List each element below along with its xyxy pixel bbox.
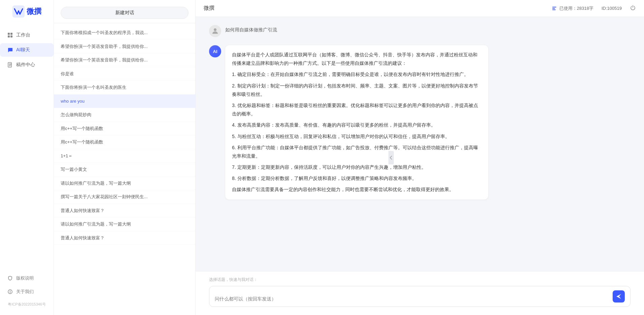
- list-item[interactable]: 普通人如何快速致富？: [54, 231, 195, 245]
- ai-message: AI 自媒体平台是个人或团队通过互联网平台（如博客、微博、微信公众号、抖音、快手…: [209, 45, 631, 200]
- ai-para-2: 2. 制定内容计划：制定一份详细的内容计划，包括发布时间、频率、主题、文案、图片…: [232, 82, 481, 99]
- list-item[interactable]: 希望你扮演一个英语发音助手，我提供给你...: [54, 53, 195, 67]
- chat-input[interactable]: [215, 295, 609, 303]
- sidebar-item-aichat-label: AI聊天: [16, 47, 30, 53]
- ai-avatar: AI: [209, 45, 221, 57]
- send-icon: [616, 293, 622, 299]
- logo-icon: [12, 5, 25, 18]
- icp-text: 粤ICP备2022015346号: [3, 299, 51, 310]
- grid-icon: [7, 32, 13, 38]
- svg-rect-8: [552, 8, 555, 9]
- svg-point-10: [214, 28, 216, 31]
- usage-info: 已使用：28318字: [551, 5, 593, 11]
- user-id-text: ID:100519: [602, 6, 622, 11]
- chat-messages: 如何用自媒体做推广引流 AI 自媒体平台是个人或团队通过互联网平台（如博客、微博…: [196, 17, 644, 271]
- sidebar: 微撰 工作台 AI聊天: [0, 0, 54, 315]
- list-item[interactable]: 你是谁: [54, 67, 195, 81]
- info-icon: [7, 288, 13, 295]
- quick-topics-label: 选择话题，快速与我对话：: [209, 277, 631, 283]
- svg-rect-3: [8, 35, 10, 37]
- list-item[interactable]: 1+1＝: [54, 149, 195, 163]
- about-label: 关于我们: [16, 289, 34, 295]
- ai-para-9: 自媒体推广引流需要具备一定的内容创作和社交能力，同时也需要不断尝试和优化，才能取…: [232, 185, 481, 194]
- svg-rect-2: [10, 33, 12, 35]
- power-icon[interactable]: [630, 5, 636, 12]
- copyright-label: 版权说明: [16, 275, 34, 281]
- user-message-text: 如何用自媒体做推广引流: [225, 25, 277, 37]
- logo-text: 微撰: [27, 6, 41, 17]
- topbar-title: 微撰: [204, 5, 214, 12]
- ai-para-7: 7. 定期更新：定期更新内容，保持活跃度，可以让用户对你的内容产生兴趣，增加用户…: [232, 163, 481, 172]
- file-icon: [7, 61, 13, 68]
- list-item[interactable]: 下面你将扮演一个名叫圣友的医生: [54, 81, 195, 95]
- list-item[interactable]: 用c++写一个随机函数: [54, 122, 195, 136]
- svg-rect-9: [552, 9, 556, 10]
- top-bar: 微撰 已使用：28318字 ID:100519: [196, 0, 644, 17]
- list-item[interactable]: 用c++写一个随机函数: [54, 135, 195, 149]
- list-item-active[interactable]: who are you: [54, 95, 195, 108]
- svg-rect-4: [10, 35, 12, 37]
- collapse-panel-button[interactable]: [388, 151, 394, 164]
- topbar-right: 已使用：28318字 ID:100519: [551, 5, 636, 12]
- list-item[interactable]: 怎么做狗屁炒肉: [54, 108, 195, 122]
- middle-panel: 新建对话 下面你将模拟成一个叫圣友的程序员，我说... 希望你扮演一个英语发音助…: [54, 0, 196, 315]
- copyright-item[interactable]: 版权说明: [3, 272, 51, 284]
- sidebar-item-drafts-label: 稿件中心: [16, 62, 35, 68]
- ai-para-0: 自媒体平台是个人或团队通过互联网平台（如博客、微博、微信公众号、抖音、快手等）发…: [232, 51, 481, 68]
- list-item[interactable]: 撰写一篇关于八大家花园社区一刻钟便民生...: [54, 190, 195, 204]
- ai-para-1: 1. 确定目标受众：在开始自媒体推广引流之前，需要明确目标受众是谁，以便在发布内…: [232, 70, 481, 79]
- svg-rect-7: [552, 7, 556, 7]
- main-area: 微撰 已使用：28318字 ID:100519: [196, 0, 644, 315]
- about-item[interactable]: 关于我们: [3, 286, 51, 298]
- send-button[interactable]: [613, 290, 625, 303]
- ai-para-6: 6. 利用平台推广功能：自媒体平台都提供了推广功能，如广告投放、付费推广等。可以…: [232, 143, 481, 160]
- ai-para-5: 5. 与粉丝互动：积极与粉丝互动，回复评论和私信，可以增加用户对你的认可和信任，…: [232, 132, 481, 141]
- svg-rect-1: [8, 33, 10, 35]
- shield-icon: [7, 275, 13, 282]
- sidebar-item-workbench-label: 工作台: [16, 32, 30, 38]
- sidebar-footer: 版权说明 关于我们 粤ICP备2022015346号: [0, 272, 54, 310]
- ai-para-8: 8. 分析数据：定期分析数据，了解用户反馈和喜好，以便调整推广策略和内容发布频率…: [232, 174, 481, 183]
- middle-header: 新建对话: [54, 0, 195, 23]
- input-area: 选择话题，快速与我对话：: [196, 271, 644, 315]
- text-count-icon: [551, 5, 557, 11]
- list-item[interactable]: 写一篇小黄文: [54, 163, 195, 177]
- input-box: [209, 286, 631, 307]
- sidebar-item-aichat[interactable]: AI聊天: [0, 43, 54, 57]
- ai-message-bubble: 自媒体平台是个人或团队通过互联网平台（如博客、微博、微信公众号、抖音、快手等）发…: [225, 45, 488, 200]
- usage-text: 已使用：28318字: [559, 5, 593, 11]
- ai-para-3: 3. 优化标题和标签：标题和标签是吸引粉丝的重要因素。优化标题和标签可以让更多的…: [232, 101, 481, 118]
- list-item[interactable]: 普通人如何快速致富？: [54, 204, 195, 218]
- list-item[interactable]: 希望你扮演一个英语发音助手，我提供给你...: [54, 40, 195, 54]
- logo: 微撰: [12, 5, 41, 18]
- nav-items: 工作台 AI聊天 稿件中心: [0, 28, 54, 72]
- user-message: 如何用自媒体做推广引流: [209, 25, 631, 37]
- user-avatar: [209, 25, 221, 37]
- sidebar-item-workbench[interactable]: 工作台: [0, 28, 54, 42]
- chat-icon: [7, 47, 13, 53]
- list-item[interactable]: 请以如何推广引流为题，写一篇大纲: [54, 177, 195, 190]
- list-item[interactable]: 下面你将模拟成一个叫圣友的程序员，我说...: [54, 26, 195, 40]
- ai-para-4: 4. 发布高质量内容：发布高质量、有价值、有趣的内容可以吸引更多的粉丝，并提高用…: [232, 121, 481, 129]
- chat-list: 下面你将模拟成一个叫圣友的程序员，我说... 希望你扮演一个英语发音助手，我提供…: [54, 23, 195, 315]
- new-chat-button[interactable]: 新建对话: [61, 7, 188, 19]
- list-item[interactable]: 请以如何推广引流为题，写一篇大纲: [54, 217, 195, 231]
- sidebar-item-drafts[interactable]: 稿件中心: [0, 58, 54, 72]
